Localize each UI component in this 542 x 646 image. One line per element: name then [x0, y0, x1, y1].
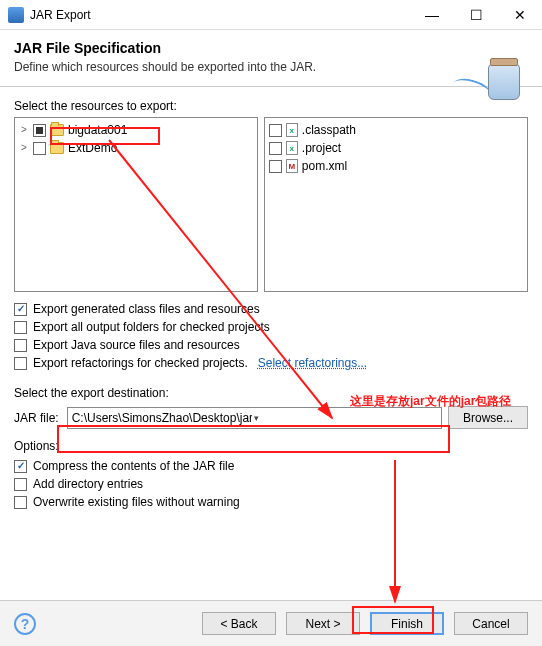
checkbox[interactable]	[14, 321, 27, 334]
checkbox[interactable]	[269, 160, 282, 173]
minimize-button[interactable]: —	[410, 0, 454, 29]
checkbox[interactable]	[14, 496, 27, 509]
close-button[interactable]: ✕	[498, 0, 542, 29]
opt-export-output-folders[interactable]: Export all output folders for checked pr…	[14, 318, 528, 336]
opt-overwrite[interactable]: Overwrite existing files without warning	[14, 493, 528, 511]
tree-item-label: ExtDemo	[68, 140, 117, 156]
help-icon[interactable]: ?	[14, 613, 36, 635]
expand-icon[interactable]: >	[19, 122, 29, 138]
opt-export-source-files[interactable]: Export Java source files and resources	[14, 336, 528, 354]
file-icon: x	[286, 123, 298, 137]
tree-item-bigdata001[interactable]: > bigdata001	[19, 121, 253, 139]
back-button[interactable]: < Back	[202, 612, 276, 635]
jar-file-input[interactable]: C:\Users\SimonsZhao\Desktop\jar\JarDemo.…	[67, 407, 442, 429]
folder-icon	[50, 142, 64, 154]
app-icon	[8, 7, 24, 23]
option-label: Compress the contents of the JAR file	[33, 459, 234, 473]
jar-file-row: JAR file: C:\Users\SimonsZhao\Desktop\ja…	[14, 406, 528, 429]
next-button[interactable]: Next >	[286, 612, 360, 635]
page-title: JAR File Specification	[14, 40, 528, 56]
option-label: Export Java source files and resources	[33, 338, 240, 352]
checkbox[interactable]	[33, 142, 46, 155]
jar-file-label: JAR file:	[14, 411, 61, 425]
option-label: Overwrite existing files without warning	[33, 495, 240, 509]
page-subtitle: Define which resources should be exporte…	[14, 60, 528, 74]
option-label: Export generated class files and resourc…	[33, 302, 260, 316]
select-refactorings-link[interactable]: Select refactorings...	[258, 356, 367, 370]
jar-file-value: C:\Users\SimonsZhao\Desktop\jar\JarDemo.…	[72, 411, 253, 425]
checkbox[interactable]	[14, 339, 27, 352]
destination-label: Select the export destination:	[14, 386, 528, 400]
folder-icon	[50, 124, 64, 136]
maximize-button[interactable]: ☐	[454, 0, 498, 29]
dialog-header: JAR File Specification Define which reso…	[0, 30, 542, 87]
chevron-down-icon[interactable]: ▾	[252, 413, 437, 423]
checkbox[interactable]	[14, 303, 27, 316]
file-item-pomxml[interactable]: M pom.xml	[269, 157, 523, 175]
checkbox[interactable]	[269, 142, 282, 155]
options-label: Options:	[14, 439, 528, 453]
checkbox[interactable]	[269, 124, 282, 137]
file-item-label: .project	[302, 140, 341, 156]
opt-add-dir-entries[interactable]: Add directory entries	[14, 475, 528, 493]
file-icon: M	[286, 159, 298, 173]
checkbox[interactable]	[33, 124, 46, 137]
finish-button[interactable]: Finish	[370, 612, 444, 635]
opt-export-class-files[interactable]: Export generated class files and resourc…	[14, 300, 528, 318]
browse-button[interactable]: Browse...	[448, 406, 528, 429]
option-label: Export refactorings for checked projects…	[33, 356, 248, 370]
export-options: Export generated class files and resourc…	[14, 300, 528, 372]
file-item-project[interactable]: x .project	[269, 139, 523, 157]
options-section: Options: Compress the contents of the JA…	[14, 439, 528, 511]
titlebar: JAR Export — ☐ ✕	[0, 0, 542, 30]
checkbox[interactable]	[14, 478, 27, 491]
file-item-classpath[interactable]: x .classpath	[269, 121, 523, 139]
file-icon: x	[286, 141, 298, 155]
project-tree[interactable]: > bigdata001 > ExtDemo	[14, 117, 258, 292]
option-label: Add directory entries	[33, 477, 143, 491]
window-title: JAR Export	[30, 8, 410, 22]
file-item-label: .classpath	[302, 122, 356, 138]
tree-item-extdemo[interactable]: > ExtDemo	[19, 139, 253, 157]
jar-icon	[480, 56, 528, 104]
button-bar: ? < Back Next > Finish Cancel	[0, 600, 542, 646]
cancel-button[interactable]: Cancel	[454, 612, 528, 635]
checkbox[interactable]	[14, 460, 27, 473]
dialog-content: Select the resources to export: > bigdat…	[0, 87, 542, 511]
file-list[interactable]: x .classpath x .project M pom.xml	[264, 117, 528, 292]
tree-item-label: bigdata001	[68, 122, 127, 138]
opt-compress[interactable]: Compress the contents of the JAR file	[14, 457, 528, 475]
resource-panes: > bigdata001 > ExtDemo x .classpath x	[14, 117, 528, 292]
expand-icon[interactable]: >	[19, 140, 29, 156]
opt-export-refactorings[interactable]: Export refactorings for checked projects…	[14, 354, 528, 372]
checkbox[interactable]	[14, 357, 27, 370]
option-label: Export all output folders for checked pr…	[33, 320, 270, 334]
select-resources-label: Select the resources to export:	[14, 99, 528, 113]
file-item-label: pom.xml	[302, 158, 347, 174]
